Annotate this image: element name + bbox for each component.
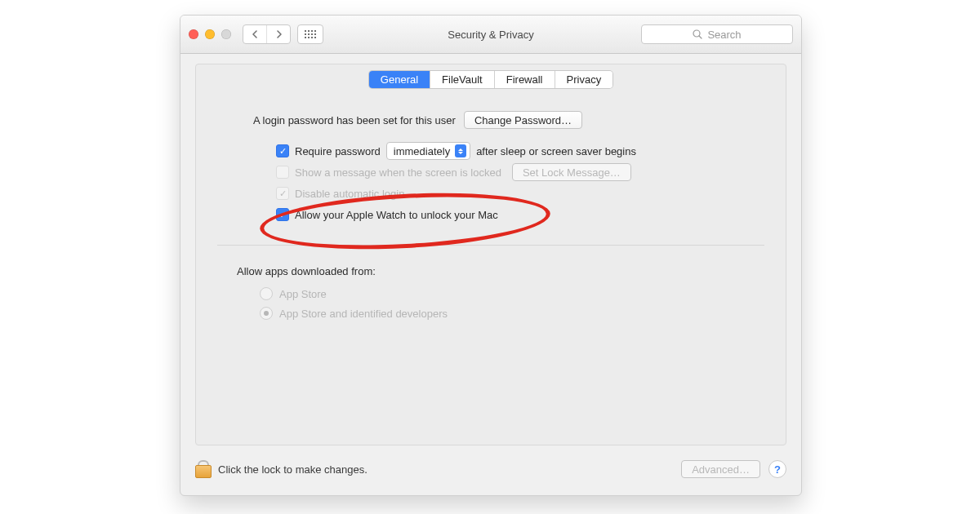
svg-rect-9 [308,37,310,38]
svg-rect-0 [305,30,306,32]
radio-identified [260,307,273,320]
show-all-button[interactable] [297,24,323,44]
search-field[interactable]: Search [641,24,793,44]
svg-rect-11 [314,37,316,38]
login-section: A login password has been set for this u… [196,88,786,245]
content-panel: General FileVault Firewall Privacy A log… [195,64,786,445]
disable-auto-login-row: Disable automatic login [276,183,745,204]
zoom-button[interactable] [221,29,231,39]
gatekeeper-option-appstore: App Store [260,284,745,304]
minimize-button[interactable] [205,29,215,39]
close-button[interactable] [189,29,198,39]
footer: Click the lock to make changes. Advanced… [195,453,786,485]
gatekeeper-heading: Allow apps downloaded from: [237,265,745,277]
svg-rect-2 [311,30,313,32]
back-button[interactable] [243,25,266,43]
lock-icon[interactable] [195,460,210,478]
svg-rect-10 [311,37,313,38]
search-icon [693,29,702,39]
show-message-label: Show a message when the screen is locked [295,166,501,179]
apple-watch-unlock-checkbox[interactable] [276,208,289,221]
nav-buttons [243,24,291,44]
titlebar: Security & Privacy Search [180,16,801,54]
tab-bar: General FileVault Firewall Privacy [196,71,786,88]
forward-button[interactable] [266,25,290,43]
gatekeeper-section: Allow apps downloaded from: App Store Ap… [196,246,786,323]
svg-rect-3 [314,30,316,32]
radio-identified-label: App Store and identified developers [279,308,448,320]
apple-watch-unlock-label: Allow your Apple Watch to unlock your Ma… [295,209,498,221]
svg-rect-7 [314,33,316,35]
require-password-delay-value: immediately [394,145,450,157]
apple-watch-unlock-row: Allow your Apple Watch to unlock your Ma… [276,204,745,225]
require-password-delay-select[interactable]: immediately [386,142,470,160]
preferences-window: Security & Privacy Search General FileVa… [180,15,802,496]
help-button[interactable]: ? [768,460,786,478]
svg-rect-8 [305,37,306,38]
tab-firewall[interactable]: Firewall [494,71,555,88]
search-placeholder: Search [707,29,741,41]
show-message-checkbox [276,166,289,179]
svg-rect-6 [311,33,313,35]
window-controls [189,29,231,39]
tab-filevault[interactable]: FileVault [430,71,494,88]
gatekeeper-option-identified: App Store and identified developers [260,304,745,323]
advanced-button: Advanced… [681,460,760,478]
set-lock-message-button: Set Lock Message… [512,163,631,181]
svg-line-13 [699,36,702,38]
disable-auto-login-checkbox [276,187,289,200]
require-password-checkbox[interactable] [276,144,289,157]
require-password-label-pre: Require password [295,145,381,157]
select-stepper-icon [455,144,466,157]
require-password-label-post: after sleep or screen saver begins [476,145,636,157]
svg-rect-4 [305,33,306,35]
tab-privacy[interactable]: Privacy [555,71,613,88]
svg-rect-1 [308,30,310,32]
login-password-text: A login password has been set for this u… [253,114,456,126]
tab-general[interactable]: General [369,71,430,88]
radio-appstore-label: App Store [279,288,327,300]
show-message-row: Show a message when the screen is locked… [276,162,745,183]
disable-auto-login-label: Disable automatic login [295,188,404,200]
lock-text: Click the lock to make changes. [218,463,368,476]
change-password-button[interactable]: Change Password… [464,111,582,129]
svg-rect-5 [308,33,310,35]
require-password-row: Require password immediately after sleep… [276,140,745,162]
radio-appstore [260,287,273,300]
